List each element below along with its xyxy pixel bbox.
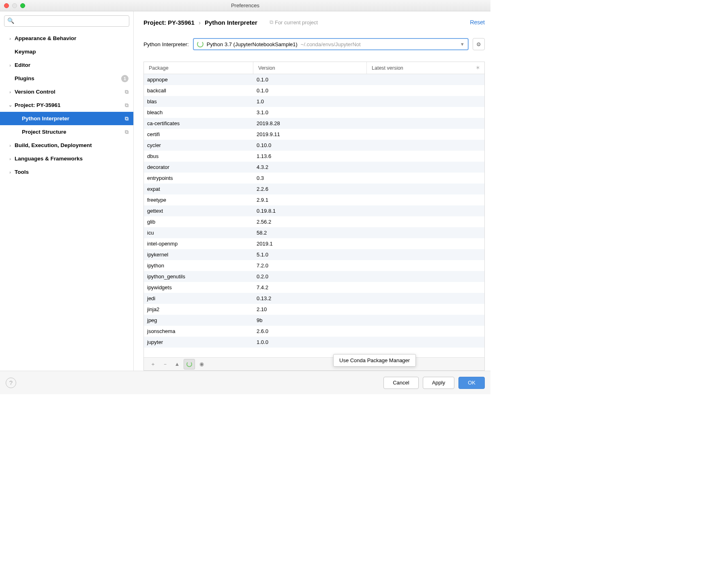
table-row[interactable]: decorator4.3.2 (144, 162, 484, 173)
table-row[interactable]: bleach3.1.0 (144, 107, 484, 118)
table-row[interactable]: jupyter1.0.0 (144, 337, 484, 348)
conda-toggle-button[interactable] (184, 359, 195, 369)
interpreter-dropdown[interactable]: Python 3.7 (JupyterNotebookSample1) ~/.c… (193, 38, 469, 50)
interpreter-path: ~/.conda/envs/JupyterNot (301, 41, 361, 47)
apply-button[interactable]: Apply (423, 377, 455, 389)
package-name: backcall (144, 88, 253, 94)
chevron-icon: › (7, 156, 13, 161)
chevron-icon: › (7, 63, 13, 68)
table-row[interactable]: jsonschema2.6.0 (144, 326, 484, 337)
package-name: appnope (144, 77, 253, 83)
reset-link[interactable]: Reset (470, 19, 485, 26)
package-version: 0.19.8.1 (253, 208, 367, 214)
question-icon: ? (9, 379, 13, 386)
package-name: glib (144, 219, 253, 225)
table-row[interactable]: freetype2.9.1 (144, 194, 484, 205)
minus-icon: － (163, 361, 168, 368)
chevron-icon: › (7, 143, 13, 148)
content-panel: Project: PY-35961 › Python Interpreter ⧉… (134, 11, 490, 371)
show-early-releases-button[interactable]: ◉ (196, 359, 207, 369)
table-body[interactable]: appnope0.1.0backcall0.1.0blas1.0bleach3.… (144, 74, 484, 357)
settings-tree: ›Appearance & BehaviorKeymap›EditorPlugi… (0, 30, 133, 179)
table-header: Package Version Latest version ✶ (144, 62, 484, 74)
sidebar-item-tools[interactable]: ›Tools (0, 165, 133, 179)
chevron-icon: ⌄ (7, 102, 13, 108)
table-row[interactable]: dbus1.13.6 (144, 151, 484, 162)
package-toolbar: ＋ － ▲ ◉ (144, 357, 484, 370)
breadcrumb-page: Python Interpreter (205, 19, 257, 26)
table-row[interactable]: intel-openmp2019.1 (144, 238, 484, 249)
titlebar: Preferences (0, 0, 490, 11)
breadcrumb-separator: › (199, 19, 201, 26)
sidebar-item-label: Version Control (15, 89, 56, 95)
upgrade-package-button[interactable]: ▲ (171, 359, 183, 369)
scope-note: ⧉ For current project (270, 19, 318, 26)
add-package-button[interactable]: ＋ (147, 359, 158, 369)
table-row[interactable]: appnope0.1.0 (144, 74, 484, 85)
sidebar-item-label: Plugins (15, 75, 34, 81)
table-row[interactable]: cycler0.10.0 (144, 140, 484, 151)
package-name: ipywidgets (144, 284, 253, 290)
chevron-icon: › (7, 90, 13, 94)
sidebar: 🔍 ›Appearance & BehaviorKeymap›EditorPlu… (0, 11, 134, 371)
table-row[interactable]: ipywidgets7.4.2 (144, 282, 484, 293)
package-version: 0.1.0 (253, 88, 367, 94)
sidebar-item-project-py-35961[interactable]: ⌄Project: PY-35961⧉ (0, 98, 133, 112)
package-version: 3.1.0 (253, 109, 367, 115)
sidebar-item-project-structure[interactable]: Project Structure⧉ (0, 125, 133, 139)
sidebar-item-label: Tools (15, 169, 29, 175)
sidebar-item-label: Languages & Frameworks (15, 156, 83, 162)
sidebar-item-python-interpreter[interactable]: Python Interpreter⧉ (0, 112, 133, 125)
sidebar-item-build-execution-deployment[interactable]: ›Build, Execution, Deployment (0, 139, 133, 152)
sidebar-item-keymap[interactable]: Keymap (0, 45, 133, 58)
search-input[interactable] (4, 15, 129, 27)
sidebar-item-version-control[interactable]: ›Version Control⧉ (0, 85, 133, 98)
help-button[interactable]: ? (6, 378, 16, 388)
sidebar-item-plugins[interactable]: Plugins1 (0, 72, 133, 85)
package-version: 58.2 (253, 230, 367, 236)
package-name: jedi (144, 295, 253, 301)
sidebar-item-languages-frameworks[interactable]: ›Languages & Frameworks (0, 152, 133, 165)
table-row[interactable]: ca-certificates2019.8.28 (144, 118, 484, 129)
table-row[interactable]: certifi2019.9.11 (144, 129, 484, 140)
table-row[interactable]: jedi0.13.2 (144, 293, 484, 304)
eye-icon: ◉ (199, 361, 204, 367)
conda-icon (186, 361, 192, 367)
table-row[interactable]: jinja22.10 (144, 304, 484, 315)
table-row[interactable]: ipython_genutils0.2.0 (144, 271, 484, 282)
copy-icon: ⧉ (125, 89, 128, 95)
ok-button[interactable]: OK (458, 377, 485, 389)
package-version: 4.3.2 (253, 164, 367, 170)
package-version: 0.3 (253, 175, 367, 181)
table-row[interactable]: expat2.2.6 (144, 184, 484, 194)
table-row[interactable]: ipykernel5.1.0 (144, 249, 484, 260)
package-name: blas (144, 98, 253, 105)
remove-package-button[interactable]: － (159, 359, 171, 369)
table-row[interactable]: backcall0.1.0 (144, 85, 484, 96)
table-row[interactable]: entrypoints0.3 (144, 173, 484, 184)
sidebar-item-appearance-behavior[interactable]: ›Appearance & Behavior (0, 32, 133, 45)
sidebar-item-label: Appearance & Behavior (15, 35, 76, 41)
sidebar-item-label: Keymap (15, 49, 36, 55)
sidebar-item-label: Project: PY-35961 (15, 102, 60, 108)
sidebar-item-label: Build, Execution, Deployment (15, 142, 92, 148)
chevron-icon: › (7, 36, 13, 41)
package-version: 2.2.6 (253, 186, 367, 192)
table-row[interactable]: glib2.56.2 (144, 216, 484, 227)
package-name: intel-openmp (144, 241, 253, 247)
table-row[interactable]: icu58.2 (144, 227, 484, 238)
settings-gear-button[interactable]: ⚙ (473, 38, 485, 50)
sidebar-item-editor[interactable]: ›Editor (0, 58, 133, 72)
table-row[interactable]: blas1.0 (144, 96, 484, 107)
table-row[interactable]: gettext0.19.8.1 (144, 205, 484, 216)
header-latest[interactable]: Latest version ✶ (367, 62, 484, 74)
table-row[interactable]: ipython7.2.0 (144, 260, 484, 271)
breadcrumb-project[interactable]: Project: PY-35961 (143, 19, 195, 26)
package-version: 5.1.0 (253, 252, 367, 258)
package-name: freetype (144, 197, 253, 203)
table-row[interactable]: jpeg9b (144, 315, 484, 326)
header-version[interactable]: Version (253, 62, 367, 74)
cancel-button[interactable]: Cancel (383, 377, 418, 389)
header-package[interactable]: Package (144, 62, 253, 74)
package-name: entrypoints (144, 175, 253, 181)
